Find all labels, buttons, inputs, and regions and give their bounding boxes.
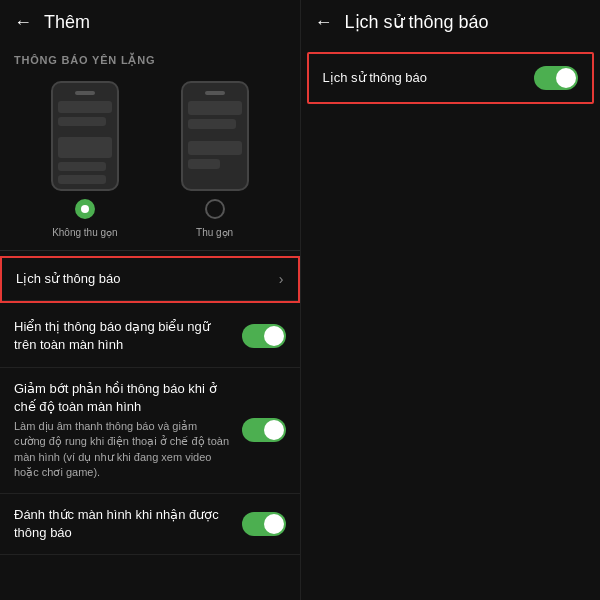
right-title: Lịch sử thông báo (345, 11, 489, 33)
left-panel: ← Thêm THÔNG BÁO YÊN LẶNG Không thu gọn (0, 0, 301, 600)
toggle-hien-thi[interactable] (242, 324, 286, 348)
left-header: ← Thêm (0, 0, 300, 44)
phone-option-1[interactable]: Không thu gọn (51, 81, 119, 238)
right-panel: ← Lịch sử thông báo Lịch sử thông báo (301, 0, 601, 600)
notif-block-8 (188, 159, 220, 169)
phone-illustrations: Không thu gọn Thu gọn (0, 73, 300, 248)
notif-block-4 (58, 175, 107, 184)
toggle-lich-su-right[interactable] (534, 66, 578, 90)
right-header: ← Lịch sử thông báo (301, 0, 601, 44)
phone-label-2: Thu gọn (196, 227, 233, 238)
left-title: Thêm (44, 12, 90, 33)
menu-giam-bot-content: Giảm bớt phản hồi thông báo khi ở chế độ… (14, 380, 232, 481)
menu-hien-thi-content: Hiển thị thông báo dạng biểu ngữ trên to… (14, 318, 232, 354)
notif-block-1 (58, 101, 112, 113)
menu-danh-thuc-content: Đánh thức màn hình khi nhận được thông b… (14, 506, 232, 542)
menu-lich-su[interactable]: Lịch sử thông báo › (2, 258, 298, 301)
lich-su-highlight-box: Lịch sử thông báo › (0, 256, 300, 303)
radio-right[interactable] (205, 199, 225, 219)
toggle-danh-thuc[interactable] (242, 512, 286, 536)
right-highlight-box: Lịch sử thông báo (307, 52, 595, 104)
back-button-right[interactable]: ← (315, 12, 333, 33)
phone-label-1: Không thu gọn (52, 227, 118, 238)
phone-mock-collapsed (181, 81, 249, 191)
menu-lich-su-text: Lịch sử thông báo (16, 270, 271, 288)
phone-mock-expanded (51, 81, 119, 191)
notif-block-2 (58, 117, 107, 126)
notif-block-7 (188, 141, 242, 155)
menu-danh-thuc-text: Đánh thức màn hình khi nhận được thông b… (14, 506, 232, 542)
menu-danh-thuc[interactable]: Đánh thức màn hình khi nhận được thông b… (0, 494, 300, 555)
menu-lich-su-right[interactable]: Lịch sử thông báo (309, 54, 593, 102)
section-label: THÔNG BÁO YÊN LẶNG (0, 44, 300, 73)
toggle-giam-bot[interactable] (242, 418, 286, 442)
menu-giam-bot-sub: Làm dịu âm thanh thông báo và giảm cường… (14, 419, 232, 481)
back-button-left[interactable]: ← (14, 12, 32, 33)
radio-left[interactable] (75, 199, 95, 219)
menu-giam-bot-text: Giảm bớt phản hồi thông báo khi ở chế độ… (14, 380, 232, 416)
menu-hien-thi-text: Hiển thị thông báo dạng biểu ngữ trên to… (14, 318, 232, 354)
menu-lich-su-right-text: Lịch sử thông báo (323, 69, 525, 87)
menu-giam-bot[interactable]: Giảm bớt phản hồi thông báo khi ở chế độ… (0, 368, 300, 494)
notch-2 (205, 91, 225, 95)
notif-expanded-1 (58, 137, 112, 158)
notif-block-6 (188, 119, 237, 129)
notif-block-5 (188, 101, 242, 115)
notch-1 (75, 91, 95, 95)
chevron-icon: › (279, 271, 284, 287)
phone-option-2[interactable]: Thu gọn (181, 81, 249, 238)
notif-block-3 (58, 162, 107, 171)
menu-hien-thi[interactable]: Hiển thị thông báo dạng biểu ngữ trên to… (0, 306, 300, 367)
divider-1 (0, 250, 300, 251)
